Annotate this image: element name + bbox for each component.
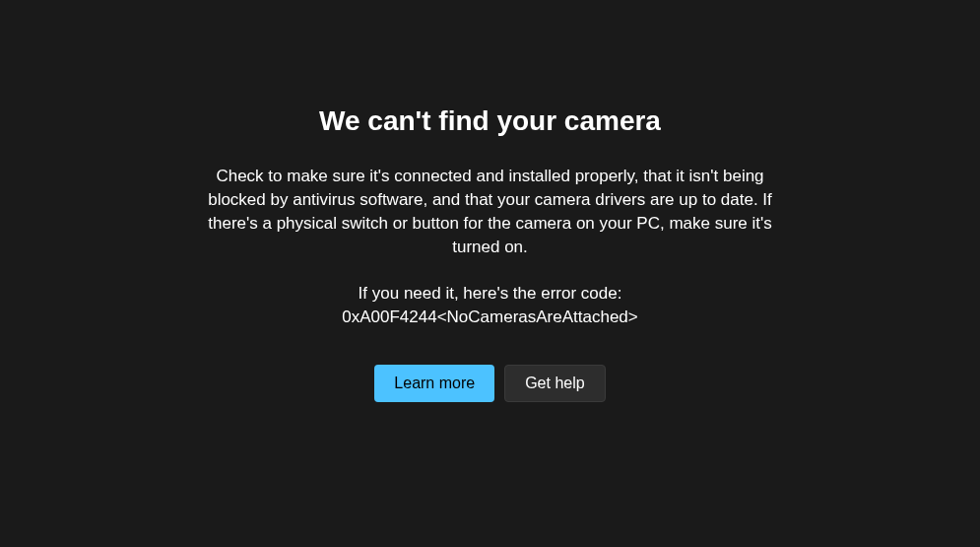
get-help-button[interactable]: Get help	[504, 365, 605, 402]
camera-error-panel: We can't find your camera Check to make …	[175, 105, 806, 402]
learn-more-button[interactable]: Learn more	[374, 365, 494, 402]
error-description: Check to make sure it's connected and in…	[195, 165, 786, 258]
error-code-value: 0xA00F4244<NoCamerasAreAttached>	[195, 306, 786, 329]
error-title: We can't find your camera	[195, 105, 786, 137]
action-buttons-row: Learn more Get help	[195, 365, 786, 402]
error-code-intro: If you need it, here's the error code:	[195, 282, 786, 306]
